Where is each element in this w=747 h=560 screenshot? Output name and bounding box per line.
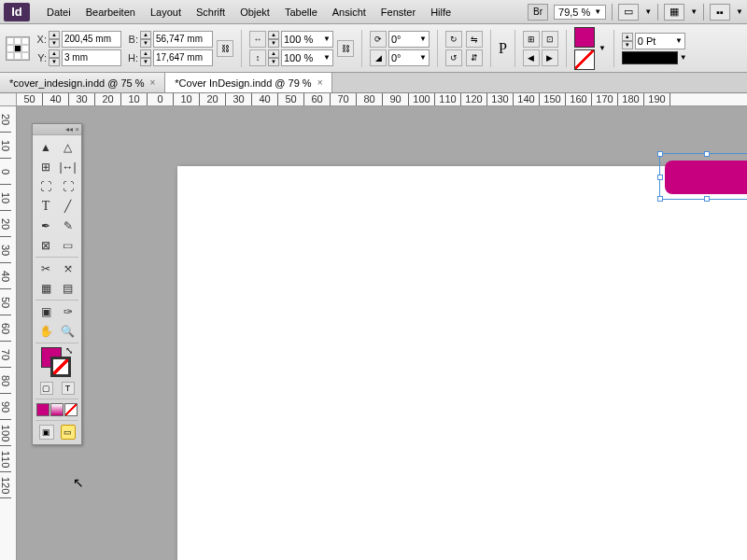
selection-handle[interactable] xyxy=(657,196,663,202)
paragraph-style-icon[interactable]: P xyxy=(499,40,507,57)
selection-handle[interactable] xyxy=(657,151,663,157)
swatch-dropdown-icon[interactable]: ▼ xyxy=(599,44,606,52)
normal-view-icon[interactable]: ▣ xyxy=(39,425,54,440)
content-collector-tool[interactable]: ⛶ xyxy=(35,177,56,196)
close-icon[interactable]: × xyxy=(149,77,155,88)
separator xyxy=(514,30,515,67)
constrain-icon[interactable]: ⛓ xyxy=(217,40,233,57)
formatting-container-icon[interactable]: ▢ xyxy=(40,382,53,395)
stroke-weight-dropdown[interactable]: 0 Pt▼ xyxy=(635,33,685,49)
content-placer-tool[interactable]: ⛶ xyxy=(58,177,78,196)
type-tool[interactable]: T xyxy=(35,197,56,216)
direct-selection-tool[interactable]: △ xyxy=(58,138,78,157)
x-up[interactable]: ▲ xyxy=(49,31,60,39)
pen-tool[interactable]: ✒ xyxy=(35,217,56,235)
menu-datei[interactable]: Datei xyxy=(39,3,78,21)
fill-swatch[interactable] xyxy=(574,27,595,48)
separator xyxy=(612,4,613,21)
height-input[interactable] xyxy=(153,49,213,66)
rotate-ccw-icon[interactable]: ↺ xyxy=(445,49,462,66)
flip-h-icon[interactable]: ⇋ xyxy=(466,31,483,48)
width-input[interactable] xyxy=(153,31,213,48)
scale-x-dropdown[interactable]: 100 %▼ xyxy=(281,31,333,48)
h-down[interactable]: ▼ xyxy=(140,58,151,66)
selection-handle[interactable] xyxy=(704,196,710,202)
page[interactable] xyxy=(177,166,747,560)
y-down[interactable]: ▼ xyxy=(49,58,60,66)
apply-gradient-icon[interactable] xyxy=(50,403,63,416)
vertical-ruler[interactable]: 20100102030405060708090100110120 xyxy=(0,106,17,560)
page-tool[interactable]: ⊞ xyxy=(35,158,56,176)
menubar: Id Datei Bearbeiten Layout Schrift Objek… xyxy=(0,0,747,24)
hand-tool[interactable]: ✋ xyxy=(35,322,56,341)
tab-cover-indesign-2[interactable]: *Cover InDesign.indd @ 79 % × xyxy=(165,73,332,92)
constrain-scale-icon[interactable]: ⛓ xyxy=(337,40,354,57)
fill-stroke-control[interactable]: ⤡ xyxy=(35,345,78,379)
menu-hilfe[interactable]: Hilfe xyxy=(423,3,458,21)
gradient-swatch-tool[interactable]: ▦ xyxy=(35,279,56,298)
menu-layout[interactable]: Layout xyxy=(143,3,189,21)
select-container-icon[interactable]: ⊡ xyxy=(542,31,558,48)
chevron-down-icon[interactable]: ▼ xyxy=(644,7,652,16)
selection-tool[interactable]: ▲ xyxy=(35,138,56,157)
screen-mode-icon[interactable]: ▭ xyxy=(618,4,639,21)
rectangle-tool[interactable]: ▭ xyxy=(58,236,78,255)
note-tool[interactable]: ▣ xyxy=(35,302,56,321)
swap-fill-stroke-icon[interactable]: ⤡ xyxy=(65,345,73,356)
bridge-button[interactable]: Br xyxy=(528,4,548,21)
menu-fenster[interactable]: Fenster xyxy=(374,3,423,21)
chevron-down-icon[interactable]: ▼ xyxy=(690,7,698,16)
menu-objekt[interactable]: Objekt xyxy=(233,3,277,21)
reference-point-grid[interactable] xyxy=(6,36,30,61)
y-input[interactable] xyxy=(62,49,121,66)
select-next-icon[interactable]: ▶ xyxy=(542,49,558,66)
scale-y-dropdown[interactable]: 100 %▼ xyxy=(281,49,333,66)
menu-schrift[interactable]: Schrift xyxy=(189,3,233,21)
shear-dropdown[interactable]: 0°▼ xyxy=(388,49,430,66)
free-transform-tool[interactable]: ⤧ xyxy=(58,259,78,278)
w-down[interactable]: ▼ xyxy=(140,39,151,48)
selection-handle[interactable] xyxy=(704,151,710,157)
w-up[interactable]: ▲ xyxy=(140,31,151,39)
gap-tool[interactable]: |↔| xyxy=(58,158,78,176)
canvas[interactable] xyxy=(17,106,747,560)
x-input[interactable] xyxy=(62,31,121,48)
ruler-origin[interactable] xyxy=(0,93,17,106)
gradient-feather-tool[interactable]: ▤ xyxy=(58,279,78,298)
selection-handle[interactable] xyxy=(657,175,663,180)
rotate-dropdown[interactable]: 0°▼ xyxy=(388,31,430,48)
close-icon[interactable]: × xyxy=(75,125,79,133)
formatting-text-icon[interactable]: T xyxy=(62,382,75,395)
collapse-icon[interactable]: ◂◂ xyxy=(65,125,73,133)
toolbox-header[interactable]: ◂◂ × xyxy=(33,124,81,135)
stroke-color-swatch[interactable] xyxy=(50,357,71,377)
close-icon[interactable]: × xyxy=(317,77,323,88)
horizontal-ruler[interactable]: 5040302010010203040506070809010011012013… xyxy=(17,93,747,106)
y-up[interactable]: ▲ xyxy=(49,49,60,58)
zoom-tool[interactable]: 🔍 xyxy=(58,322,78,341)
select-content-icon[interactable]: ⊞ xyxy=(523,31,540,48)
line-tool[interactable]: ╱ xyxy=(58,197,78,216)
stroke-style-dropdown[interactable] xyxy=(622,51,678,64)
menu-tabelle[interactable]: Tabelle xyxy=(277,3,325,21)
menu-ansicht[interactable]: Ansicht xyxy=(325,3,374,21)
apply-none-icon[interactable] xyxy=(64,403,78,416)
x-down[interactable]: ▼ xyxy=(49,39,60,48)
select-prev-icon[interactable]: ◀ xyxy=(523,49,540,66)
arrange-icon[interactable]: ▦ xyxy=(664,4,684,21)
scissors-tool[interactable]: ✂ xyxy=(35,259,56,278)
stroke-swatch[interactable] xyxy=(574,49,595,70)
zoom-dropdown[interactable]: 79,5 % ▼ xyxy=(554,5,606,20)
preview-view-icon[interactable]: ▭ xyxy=(61,425,76,440)
h-up[interactable]: ▲ xyxy=(140,49,151,58)
pencil-tool[interactable]: ✎ xyxy=(58,217,78,235)
rotate-cw-icon[interactable]: ↻ xyxy=(445,31,462,48)
flip-v-icon[interactable]: ⇵ xyxy=(466,49,483,66)
tab-cover-indesign-1[interactable]: *cover_indesign.indd @ 75 % × xyxy=(0,73,165,92)
eyedropper-tool[interactable]: ✑ xyxy=(58,302,78,321)
menu-bearbeiten[interactable]: Bearbeiten xyxy=(78,3,143,21)
chevron-down-icon[interactable]: ▼ xyxy=(736,7,743,16)
rectangle-frame-tool[interactable]: ⊠ xyxy=(35,236,56,255)
workspace-icon[interactable]: ▪▪ xyxy=(710,4,730,21)
apply-color-icon[interactable] xyxy=(36,403,49,416)
